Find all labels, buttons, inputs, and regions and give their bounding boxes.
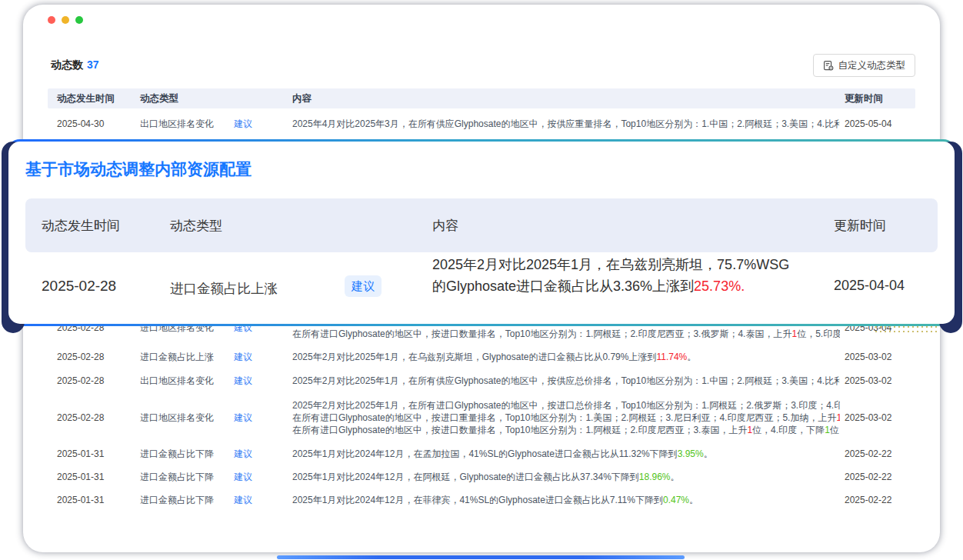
content-text: 位，5.俄罗斯...: [830, 425, 840, 435]
row-update-date: 2025-03-02: [845, 375, 891, 386]
dotted-texture-decoration: [874, 325, 938, 335]
spotlight-content-line: 的Glyphosate进口金额占比从3.36%上涨到25.73%.: [432, 275, 821, 297]
content-text: 2025年2月对比2025年1月，在所有供应Glyphosate的地区中，按供应…: [292, 375, 840, 386]
content-line: 2025年4月对比2025年3月，在所有供应Glyphosate的地区中，按供应…: [292, 118, 840, 130]
header-dynamic-type: 动态类型: [140, 92, 178, 105]
header-occur-time: 动态发生时间: [57, 92, 115, 105]
content-text: 。: [689, 495, 698, 505]
row-occur-date: 2025-01-31: [57, 495, 104, 505]
content-text: 。: [687, 352, 696, 362]
suggest-badge: 建议: [234, 412, 252, 425]
spotlight-content-line: 2025年2月对比2025年1月，在乌兹别亮斯坦，75.7%WSG: [432, 254, 821, 275]
content-line: 2025年1月对比2024年12月，在菲律宾，41%SL的Glyphosate进…: [292, 494, 840, 506]
row-occur-date: 2025-01-31: [57, 448, 104, 459]
content-text: 位，5.印度，下降: [797, 328, 840, 339]
row-content: 在所有进口Glyphosate的地区中，按进口数量排名，Top10地区分别为：1…: [292, 328, 840, 340]
row-update-date: 2025-03-02: [845, 352, 891, 362]
highlight-value: 3.95%: [678, 448, 704, 459]
row-content: 2025年1月对比2024年12月，在阿根廷，Glyphosate的进口金额占比…: [292, 471, 840, 483]
row-occur-date: 2025-02-28: [57, 375, 104, 386]
content-line: 2025年1月对比2024年12月，在阿根廷，Glyphosate的进口金额占比…: [292, 471, 840, 483]
content-text: 2025年2月对比2025年1月，在乌兹别克斯坦，Glyphosate的进口金额…: [292, 352, 656, 362]
table-header-row: 动态发生时间 动态类型 内容 更新时间: [48, 88, 915, 108]
spotlight-header-occur-time: 动态发生时间: [42, 217, 120, 235]
table-row[interactable]: 2025-02-28出口地区排名变化建议2025年2月对比2025年1月，在所有…: [48, 369, 915, 392]
content-line: 2025年1月对比2024年12月，在孟加拉国，41%SL的Glyphosate…: [292, 448, 840, 460]
content-line: 2025年2月对比2025年1月，在所有供应Glyphosate的地区中，按供应…: [292, 375, 840, 387]
spotlight-card: 基于市场动态调整内部资源配置 动态发生时间 动态类型 内容 更新时间 2025-…: [8, 142, 955, 324]
highlight-value: 25.73%.: [694, 278, 745, 294]
row-occur-date: 2025-02-28: [57, 412, 104, 423]
row-update-date: 2025-02-22: [845, 472, 891, 482]
content-line: 在所有进口Glyphosate的地区中，按进口数量排名，Top10地区分别为：1…: [292, 328, 840, 340]
row-content: 2025年1月对比2024年12月，在孟加拉国，41%SL的Glyphosate…: [292, 448, 840, 460]
row-occur-date: 2025-01-31: [57, 472, 104, 482]
content-text: 2025年4月对比2025年3月，在所有供应Glyphosate的地区中，按供应…: [292, 118, 840, 129]
suggest-badge: 建议: [345, 275, 382, 297]
spotlight-panel: 基于市场动态调整内部资源配置 动态发生时间 动态类型 内容 更新时间 2025-…: [6, 139, 957, 326]
row-update-date: 2025-03-02: [845, 412, 891, 423]
content-text: 。: [671, 472, 680, 482]
content-text: 位，4.印度，下降: [752, 425, 825, 435]
table-row[interactable]: 2025-02-28进口金额占比上涨建议2025年2月对比2025年1月，在乌兹…: [48, 345, 915, 368]
table-row[interactable]: 2025-01-31进口金额占比下降建议2025年1月对比2024年12月，在孟…: [48, 442, 915, 465]
row-update-date: 2025-02-22: [845, 448, 891, 459]
table-row[interactable]: 2025-04-30出口地区排名变化建议2025年4月对比2025年3月，在所有…: [48, 110, 915, 138]
spotlight-header-dynamic-type: 动态类型: [170, 217, 222, 235]
suggest-badge: 建议: [234, 375, 252, 388]
row-content: 2025年2月对比2025年1月，在乌兹别克斯坦，Glyphosate的进口金额…: [292, 351, 840, 363]
content-text: 2025年2月对比2025年1月，在乌兹别亮斯坦，75.7%WSG: [432, 257, 789, 272]
suggest-badge: 建议: [234, 118, 252, 131]
row-occur-date: 2025-02-28: [57, 352, 104, 362]
row-dynamic-type: 出口地区排名变化: [140, 118, 214, 131]
suggest-badge: 建议: [234, 351, 252, 364]
row-content: 2025年1月对比2024年12月，在菲律宾，41%SL的Glyphosate进…: [292, 494, 840, 506]
row-update-date: 2025-05-04: [845, 118, 891, 129]
spotlight-header-row: 动态发生时间 动态类型 内容 更新时间: [25, 198, 938, 252]
content-text: 在所有进口Glyphosate的地区中，按进口数量排名，Top10地区分别为：1…: [292, 425, 747, 435]
spotlight-header-content: 内容: [432, 217, 458, 235]
suggest-badge: 建议: [234, 471, 252, 484]
content-text: 2025年1月对比2024年12月，在菲律宾，41%SL的Glyphosate进…: [292, 495, 663, 505]
content-line: 在所有进口Glyphosate的地区中，按进口数量排名，Top10地区分别为：1…: [292, 424, 840, 436]
content-text: 2025年1月对比2024年12月，在阿根廷，Glyphosate的进口金额占比…: [292, 472, 639, 482]
content-text: 。: [704, 448, 713, 459]
header-update-time: 更新时间: [845, 92, 883, 105]
row-dynamic-type: 进口金额占比下降: [140, 494, 214, 507]
content-text: 2025年2月对比2025年1月，在所有进口Glyphosate的地区中，按进口…: [292, 400, 840, 411]
spotlight-occur-date: 2025-02-28: [42, 278, 116, 295]
highlight-value: 0.47%: [663, 495, 689, 505]
highlight-value: 18.96%: [639, 472, 671, 482]
row-dynamic-type: 进口地区排名变化: [140, 412, 214, 425]
content-line: 2025年2月对比2025年1月，在乌兹别克斯坦，Glyphosate的进口金额…: [292, 351, 840, 363]
table-row[interactable]: 2025-02-28进口地区排名变化建议2025年2月对比2025年1月，在所有…: [48, 399, 915, 436]
row-dynamic-type: 进口金额占比下降: [140, 471, 214, 484]
content-line: 2025年2月对比2025年1月，在所有进口Glyphosate的地区中，按进口…: [292, 399, 840, 412]
content-text: 的Glyphosate进口金额占比从3.36%上涨到: [432, 278, 694, 294]
row-content: 2025年2月对比2025年1月，在所有供应Glyphosate的地区中，按供应…: [292, 375, 840, 387]
row-dynamic-type: 出口地区排名变化: [140, 375, 214, 388]
spotlight-title: 基于市场动态调整内部资源配置: [25, 158, 252, 180]
row-content: 2025年2月对比2025年1月，在所有进口Glyphosate的地区中，按进口…: [292, 399, 840, 436]
content-text: 在所有进口Glyphosate的地区中，按进口重量排名，Top10地区分别为：1…: [292, 412, 836, 423]
spotlight-table-row[interactable]: 2025-02-28 进口金额占比上涨 建议 2025年2月对比2025年1月，…: [8, 252, 955, 322]
row-update-date: 2025-02-22: [845, 495, 891, 505]
table-row[interactable]: 2025-01-31进口金额占比下降建议2025年1月对比2024年12月，在菲…: [48, 488, 915, 512]
table-row[interactable]: 2025-01-31进口金额占比下降建议2025年1月对比2024年12月，在阿…: [48, 465, 915, 488]
spotlight-dynamic-type: 进口金额占比上涨: [170, 279, 278, 298]
highlight-value: 1: [836, 412, 840, 423]
highlight-value: 11.74%: [656, 352, 687, 362]
suggest-badge: 建议: [234, 494, 252, 507]
bottom-accent-bar: [277, 555, 685, 559]
content-line: 在所有进口Glyphosate的地区中，按进口重量排名，Top10地区分别为：1…: [292, 412, 840, 424]
row-occur-date: 2025-04-30: [57, 118, 104, 129]
suggest-badge: 建议: [234, 448, 252, 461]
spotlight-content: 2025年2月对比2025年1月，在乌兹别亮斯坦，75.7%WSG的Glypho…: [432, 254, 821, 297]
row-dynamic-type: 进口金额占比下降: [140, 448, 214, 461]
highlight-value: 1: [825, 425, 830, 435]
spotlight-update-date: 2025-04-04: [834, 278, 905, 294]
content-text: 在所有进口Glyphosate的地区中，按进口数量排名，Top10地区分别为：1…: [292, 328, 791, 339]
spotlight-header-update-time: 更新时间: [834, 217, 886, 235]
row-content: 2025年4月对比2025年3月，在所有供应Glyphosate的地区中，按供应…: [292, 118, 840, 130]
content-text: 2025年1月对比2024年12月，在孟加拉国，41%SL的Glyphosate…: [292, 448, 678, 459]
